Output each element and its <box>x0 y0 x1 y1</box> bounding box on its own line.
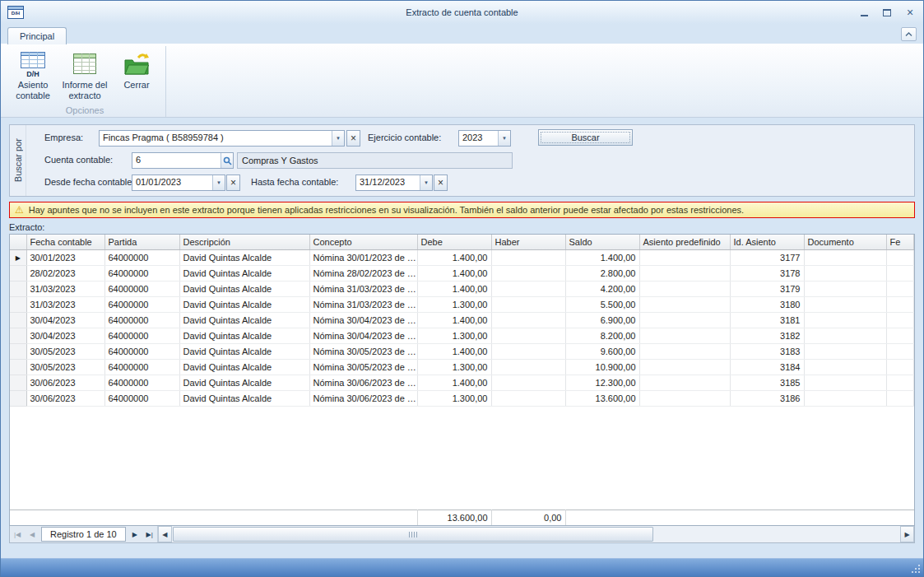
cell[interactable]: 1.400,00 <box>417 344 491 360</box>
cell[interactable]: 30/01/2023 <box>26 250 104 266</box>
cell[interactable]: 64000000 <box>104 391 179 407</box>
cell[interactable]: David Quintas Alcalde <box>179 282 309 297</box>
column-header[interactable]: Fecha contable <box>26 235 104 250</box>
column-header[interactable]: Debe <box>417 235 491 250</box>
column-header[interactable]: Asiento predefinido <box>639 235 730 250</box>
column-header[interactable]: Concepto <box>309 235 417 250</box>
ejercicio-combo[interactable]: 2023 ▼ <box>458 130 511 147</box>
cell[interactable] <box>886 360 914 375</box>
cell[interactable]: David Quintas Alcalde <box>179 328 309 344</box>
cell[interactable]: Nómina 30/05/2023 de … <box>309 344 417 360</box>
chevron-down-icon[interactable]: ▼ <box>212 175 225 190</box>
cell[interactable] <box>804 250 886 266</box>
cell[interactable]: 9.600,00 <box>565 344 639 360</box>
cell[interactable]: 3184 <box>730 360 804 375</box>
table-row[interactable]: ▶30/01/202364000000David Quintas Alcalde… <box>10 250 914 266</box>
informe-extracto-button[interactable]: Informe del extracto <box>61 48 109 104</box>
horizontal-scrollbar[interactable]: ◀ ▶ <box>157 526 914 542</box>
cell[interactable]: 5.500,00 <box>565 297 639 313</box>
cell[interactable]: 3182 <box>730 328 804 344</box>
cell[interactable]: 64000000 <box>104 297 179 313</box>
cell[interactable] <box>804 328 886 344</box>
cell[interactable]: 64000000 <box>104 360 179 375</box>
cell[interactable]: Nómina 28/02/2023 de … <box>309 266 417 282</box>
cell[interactable]: 1.400,00 <box>417 375 491 391</box>
cell[interactable] <box>491 391 565 407</box>
cell[interactable]: David Quintas Alcalde <box>179 313 309 328</box>
cell[interactable]: 1.400,00 <box>417 266 491 282</box>
cell[interactable]: 3186 <box>730 391 804 407</box>
nav-first-button[interactable]: |◀ <box>10 526 25 542</box>
column-header[interactable]: Fe <box>886 235 914 250</box>
cell[interactable]: 1.300,00 <box>417 391 491 407</box>
cell[interactable]: 31/03/2023 <box>26 282 104 297</box>
close-button[interactable]: × <box>903 6 917 19</box>
cell[interactable]: 1.300,00 <box>417 297 491 313</box>
cell[interactable]: 1.300,00 <box>417 360 491 375</box>
cell[interactable]: 64000000 <box>104 344 179 360</box>
cell[interactable] <box>491 344 565 360</box>
cell[interactable]: 30/05/2023 <box>26 360 104 375</box>
cell[interactable]: Nómina 31/03/2023 de … <box>309 282 417 297</box>
cell[interactable]: 31/03/2023 <box>26 297 104 313</box>
cell[interactable]: Nómina 30/04/2023 de … <box>309 328 417 344</box>
cell[interactable]: 64000000 <box>104 282 179 297</box>
column-header[interactable]: Haber <box>491 235 565 250</box>
cell[interactable]: 28/02/2023 <box>26 266 104 282</box>
cell[interactable]: 1.400,00 <box>417 313 491 328</box>
table-row[interactable]: 30/05/202364000000David Quintas AlcaldeN… <box>10 360 914 375</box>
cell[interactable] <box>639 375 730 391</box>
cell[interactable]: 3179 <box>730 282 804 297</box>
cell[interactable]: 3181 <box>730 313 804 328</box>
cell[interactable]: 4.200,00 <box>565 282 639 297</box>
cell[interactable] <box>491 282 565 297</box>
cell[interactable] <box>886 344 914 360</box>
cell[interactable]: David Quintas Alcalde <box>179 375 309 391</box>
cell[interactable] <box>886 266 914 282</box>
column-header[interactable]: Documento <box>804 235 886 250</box>
cell[interactable] <box>491 266 565 282</box>
nav-next-button[interactable]: ▶ <box>128 526 142 542</box>
scroll-left-button[interactable]: ◀ <box>158 526 172 542</box>
chevron-down-icon[interactable]: ▼ <box>498 131 510 146</box>
cell[interactable]: 64000000 <box>104 250 179 266</box>
cell[interactable]: 64000000 <box>104 313 179 328</box>
cell[interactable]: 64000000 <box>104 375 179 391</box>
cell[interactable]: 13.600,00 <box>565 391 639 407</box>
cell[interactable]: 3183 <box>730 344 804 360</box>
cell[interactable]: 30/06/2023 <box>26 375 104 391</box>
cell[interactable] <box>886 282 914 297</box>
cell[interactable]: 1.300,00 <box>417 328 491 344</box>
cell[interactable] <box>491 313 565 328</box>
cell[interactable] <box>804 360 886 375</box>
cell[interactable]: 30/04/2023 <box>26 313 104 328</box>
cell[interactable]: 3180 <box>730 297 804 313</box>
scrollbar-thumb[interactable] <box>173 527 653 542</box>
cell[interactable] <box>804 391 886 407</box>
cell[interactable]: 3177 <box>730 250 804 266</box>
cell[interactable] <box>639 313 730 328</box>
cell[interactable]: 30/05/2023 <box>26 344 104 360</box>
cell[interactable] <box>639 266 730 282</box>
cell[interactable]: David Quintas Alcalde <box>179 250 309 266</box>
cell[interactable] <box>639 297 730 313</box>
cell[interactable] <box>639 282 730 297</box>
cell[interactable] <box>886 297 914 313</box>
cell[interactable] <box>491 250 565 266</box>
column-header[interactable]: Descripción <box>179 235 309 250</box>
buscar-button[interactable]: Buscar <box>538 129 633 146</box>
cell[interactable]: Nómina 30/04/2023 de … <box>309 313 417 328</box>
cell[interactable]: 8.200,00 <box>565 328 639 344</box>
table-row[interactable]: 30/04/202364000000David Quintas AlcaldeN… <box>10 328 914 344</box>
empresa-combo[interactable]: Fincas Pragma ( B58959784 ) ▼ <box>99 130 345 147</box>
cell[interactable] <box>491 360 565 375</box>
cell[interactable]: 64000000 <box>104 328 179 344</box>
cell[interactable]: 3178 <box>730 266 804 282</box>
scrollbar-track[interactable] <box>172 526 900 542</box>
cell[interactable] <box>886 313 914 328</box>
cell[interactable] <box>804 282 886 297</box>
cell[interactable]: 12.300,00 <box>565 375 639 391</box>
cell[interactable]: Nómina 30/05/2023 de … <box>309 360 417 375</box>
cell[interactable] <box>639 360 730 375</box>
chevron-down-icon[interactable]: ▼ <box>332 131 344 146</box>
